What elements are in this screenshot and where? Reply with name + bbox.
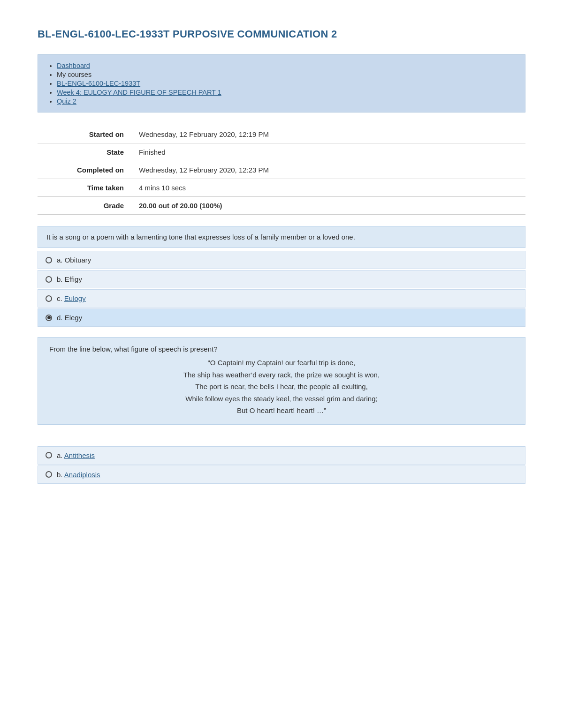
time-taken-label: Time taken: [38, 179, 131, 197]
breadcrumb-link-dashboard[interactable]: Dashboard: [57, 62, 90, 69]
info-row-completed: Completed on Wednesday, 12 February 2020…: [38, 161, 525, 179]
time-taken-value: 4 mins 10 secs: [131, 179, 525, 197]
option-1a-label: a. Obituary: [57, 256, 91, 264]
breadcrumb-link-week4[interactable]: Week 4: EULOGY AND FIGURE OF SPEECH PART…: [57, 89, 221, 96]
breadcrumb-item-course[interactable]: BL-ENGL-6100-LEC-1933T: [57, 80, 516, 87]
option-1b[interactable]: b. Effigy: [38, 270, 525, 288]
breadcrumb-link-quiz2[interactable]: Quiz 2: [57, 98, 76, 105]
option-2b-label: b. Anadiplosis: [57, 471, 100, 479]
radio-1b: [46, 276, 52, 283]
breadcrumb-link-course[interactable]: BL-ENGL-6100-LEC-1933T: [57, 80, 140, 87]
question-2-text: From the line below, what figure of spee…: [49, 345, 514, 353]
poem-line-1: “O Captain! my Captain! our fearful trip…: [208, 359, 355, 367]
breadcrumb-item-mycourses: My courses: [57, 71, 516, 78]
option-1a[interactable]: a. Obituary: [38, 251, 525, 269]
option-1b-label: b. Effigy: [57, 275, 82, 283]
info-row-timetaken: Time taken 4 mins 10 secs: [38, 179, 525, 197]
option-1d[interactable]: d. Elegy: [38, 308, 525, 327]
option-2a-link[interactable]: Antithesis: [64, 451, 95, 459]
radio-1a: [46, 257, 52, 263]
state-label: State: [38, 143, 131, 161]
info-row-grade: Grade 20.00 out of 20.00 (100%): [38, 197, 525, 215]
poem-line-4: While follow eyes the steady keel, the v…: [185, 395, 377, 403]
started-on-value: Wednesday, 12 February 2020, 12:19 PM: [131, 126, 525, 143]
option-1d-label: d. Elegy: [57, 314, 82, 322]
breadcrumb-item-quiz2[interactable]: Quiz 2: [57, 98, 516, 105]
started-on-label: Started on: [38, 126, 131, 143]
grade-label: Grade: [38, 197, 131, 215]
option-2b-link[interactable]: Anadiplosis: [64, 471, 100, 479]
poem-text: “O Captain! my Captain! our fearful trip…: [49, 357, 514, 417]
option-2a[interactable]: a. Antithesis: [38, 446, 525, 465]
poem-line-5: But O heart! heart! heart! …”: [237, 406, 326, 414]
poem-line-3: The port is near, the bells I hear, the …: [195, 383, 368, 390]
radio-2b: [46, 471, 52, 478]
option-2a-label: a. Antithesis: [57, 451, 95, 459]
radio-2a: [46, 452, 52, 458]
info-row-started: Started on Wednesday, 12 February 2020, …: [38, 126, 525, 143]
poem-line-2: The ship has weather’d every rack, the p…: [183, 371, 380, 379]
page-title: BL-ENGL-6100-LEC-1933T PURPOSIVE COMMUNI…: [38, 28, 525, 40]
option-1c-label: c. Eulogy: [57, 294, 86, 302]
completed-on-value: Wednesday, 12 February 2020, 12:23 PM: [131, 161, 525, 179]
question-1-text: It is a song or a poem with a lamenting …: [38, 226, 525, 248]
info-row-state: State Finished: [38, 143, 525, 161]
radio-1d: [46, 315, 52, 321]
breadcrumb-item-dashboard[interactable]: Dashboard: [57, 62, 516, 69]
option-1c[interactable]: c. Eulogy: [38, 289, 525, 308]
breadcrumb: Dashboard My courses BL-ENGL-6100-LEC-19…: [38, 54, 525, 113]
option-1c-link[interactable]: Eulogy: [64, 294, 86, 302]
radio-1c: [46, 295, 52, 302]
state-value: Finished: [131, 143, 525, 161]
breadcrumb-item-week4[interactable]: Week 4: EULOGY AND FIGURE OF SPEECH PART…: [57, 89, 516, 96]
question-2-block: From the line below, what figure of spee…: [38, 337, 525, 425]
quiz-info-table: Started on Wednesday, 12 February 2020, …: [38, 126, 525, 215]
completed-on-label: Completed on: [38, 161, 131, 179]
option-2b[interactable]: b. Anadiplosis: [38, 465, 525, 484]
grade-value: 20.00 out of 20.00 (100%): [131, 197, 525, 215]
